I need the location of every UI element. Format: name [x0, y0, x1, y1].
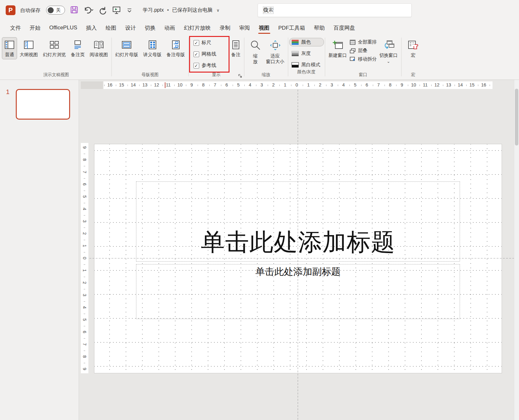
tab-home[interactable]: 开始 — [25, 20, 45, 35]
guides-checkbox[interactable]: ✓ 参考线 — [194, 62, 229, 69]
start-slideshow-icon[interactable] — [112, 6, 121, 15]
handout-master-icon — [147, 40, 158, 50]
tab-animations[interactable]: 动画 — [160, 20, 180, 35]
move-split-icon — [349, 56, 356, 62]
notes-icon — [231, 40, 240, 50]
slide-thumbnail-panel: 1 — [0, 80, 79, 420]
notes-master-button[interactable]: 备注母版 — [164, 37, 188, 59]
autosave-toggle[interactable]: 关 — [46, 6, 65, 15]
hruler-tick — [455, 85, 455, 86]
tab-help[interactable]: 帮助 — [310, 20, 329, 35]
tab-review[interactable]: 审阅 — [235, 20, 254, 35]
hruler-tick — [361, 85, 361, 86]
ruler-checkbox[interactable]: ✓ 标尺 — [194, 39, 229, 46]
powerpoint-logo-icon[interactable]: P — [6, 5, 15, 15]
slide-sorter-icon — [49, 40, 59, 50]
tab-slideshow[interactable]: 幻灯片放映 — [180, 20, 215, 35]
new-window-button[interactable]: 新建窗口 — [326, 37, 349, 60]
vruler-number: 6 — [82, 183, 87, 186]
black-white-button[interactable]: 黑白模式 — [289, 61, 324, 69]
outline-view-button[interactable]: 大纲视图 — [17, 37, 40, 59]
normal-view-button[interactable]: 普通 — [2, 37, 17, 59]
vruler-tick — [84, 178, 85, 179]
tab-record[interactable]: 录制 — [215, 20, 235, 35]
notes-master-icon — [171, 40, 181, 50]
outline-view-icon — [24, 40, 34, 50]
group-divider — [111, 38, 112, 76]
tab-pdf-toolbox[interactable]: PDF工具箱 — [274, 20, 310, 35]
vruler-tick — [84, 191, 85, 191]
hruler-number: 15 — [119, 82, 124, 87]
macros-button[interactable]: 宏 — [405, 37, 421, 60]
slide-thumbnail[interactable] — [16, 89, 70, 120]
grayscale-button[interactable]: 灰度 — [289, 49, 324, 58]
document-title[interactable]: 学习.pptx • 已保存到这台电脑 ∨ — [143, 7, 219, 14]
scrollbar-thumb[interactable] — [515, 89, 518, 145]
notes-label: 备注 — [231, 52, 241, 57]
grayscale-label: 灰度 — [301, 50, 311, 56]
horizontal-ruler[interactable]: 1615141312111098765432101234567891011121… — [79, 81, 514, 89]
tab-transitions[interactable]: 切换 — [140, 20, 160, 35]
notes-page-button[interactable]: 备注页 — [69, 37, 87, 59]
hruler-tick — [233, 85, 233, 86]
slide-master-button[interactable]: 幻灯片母版 — [113, 37, 141, 59]
hruler-tick — [151, 85, 151, 86]
guides-checkbox-label: 参考线 — [202, 62, 217, 69]
search-input[interactable]: 搜索 — [258, 3, 412, 17]
tab-draw[interactable]: 绘图 — [101, 20, 121, 35]
arrange-all-label: 全部重排 — [358, 39, 377, 45]
slide-sorter-button[interactable]: 幻灯片浏览 — [40, 37, 69, 59]
cascade-label: 层叠 — [358, 48, 367, 54]
gridlines-checkbox[interactable]: ✓ 网格线 — [194, 51, 229, 57]
color-button[interactable]: 颜色 — [289, 38, 324, 46]
move-split-label: 移动拆分 — [358, 56, 377, 62]
checkbox-icon: ✓ — [194, 40, 199, 46]
redo-icon[interactable] — [98, 6, 107, 15]
zoom-label: 缩放 — [253, 53, 258, 64]
vertical-ruler[interactable]: 9876543210123456789 — [81, 80, 88, 420]
switch-windows-button[interactable]: 切换窗口 ⌄ — [377, 37, 400, 65]
hruler-number: 0 — [295, 82, 298, 87]
tab-view[interactable]: 视图 — [254, 20, 274, 35]
hruler-tick — [256, 85, 256, 86]
tab-file[interactable]: 文件 — [6, 20, 25, 35]
tab-baidu-netdisk[interactable]: 百度网盘 — [329, 20, 360, 35]
vertical-guide-line[interactable] — [298, 90, 298, 420]
tab-insert[interactable]: 插入 — [82, 20, 101, 35]
undo-icon[interactable] — [83, 6, 93, 15]
notes-master-label: 备注母版 — [167, 52, 185, 57]
hruler-tick — [385, 85, 385, 86]
tab-design[interactable]: 设计 — [121, 20, 140, 35]
title-caret-icon: ∨ — [217, 8, 220, 13]
arrange-all-button[interactable]: 全部重排 — [349, 39, 377, 45]
notes-button[interactable]: 备注 — [229, 37, 243, 59]
vruler-tick — [84, 264, 85, 265]
save-icon[interactable] — [70, 6, 78, 14]
cascade-button[interactable]: 层叠 — [349, 48, 377, 54]
hruler-number: 7 — [214, 82, 216, 87]
hruler-tick — [349, 85, 350, 86]
zoom-button[interactable]: 缩放 — [247, 37, 264, 66]
move-split-button[interactable]: 移动拆分 — [349, 56, 377, 62]
slide-number: 1 — [6, 88, 9, 96]
group-divider — [325, 38, 325, 76]
gridlines-checkbox-label: 网格线 — [202, 51, 217, 57]
subtitle-placeholder[interactable]: 单击此处添加副标题 — [136, 264, 460, 319]
hruler-tick — [174, 85, 175, 86]
quick-access-more-icon[interactable] — [126, 8, 133, 13]
hruler-number: 3 — [331, 82, 333, 87]
vruler-number: 1 — [82, 269, 87, 272]
dialog-launcher-icon[interactable] — [238, 74, 242, 78]
tab-officeplus[interactable]: OfficePLUS — [45, 20, 82, 35]
group-macros: 宏 宏 — [403, 36, 424, 80]
vruler-number: 2 — [82, 232, 87, 235]
hruler-tick — [198, 85, 198, 86]
horizontal-guide-line[interactable] — [89, 258, 514, 258]
color-label: 颜色 — [301, 39, 311, 45]
handout-master-button[interactable]: 讲义母版 — [141, 37, 164, 59]
title-placeholder[interactable]: 单击此处添加标题 — [136, 181, 460, 262]
slide-editing-area[interactable]: 单击此处添加标题 单击此处添加副标题 — [94, 144, 502, 373]
fit-to-window-button[interactable]: 适应窗口大小 — [264, 37, 287, 66]
reading-view-button[interactable]: 阅读视图 — [87, 37, 110, 59]
vertical-scrollbar[interactable] — [514, 80, 519, 420]
